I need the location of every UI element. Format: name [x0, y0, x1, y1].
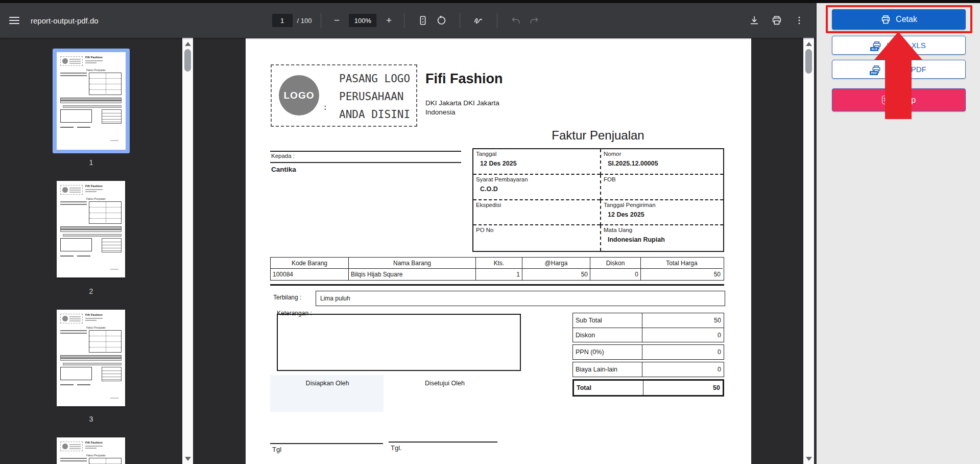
- scrollbar-thumb[interactable]: [184, 49, 191, 72]
- pdf-toolbar: report-output-pdf.do / 100 − 100% +: [0, 3, 816, 38]
- company-name: Fifi Fashion: [425, 71, 503, 87]
- page-number-input[interactable]: [272, 14, 293, 27]
- logo-colon: :: [323, 102, 328, 112]
- keterangan-label: Keterangan :: [277, 310, 312, 317]
- document-title: report-output-pdf.do: [31, 16, 99, 25]
- tutup-button[interactable]: Tutup: [832, 88, 966, 111]
- thumb-company-name: Fifi Fashion: [85, 184, 103, 188]
- scroll-down-arrow-icon[interactable]: [806, 457, 812, 461]
- thumb-doc-title: Faktur Penjualan: [86, 197, 106, 200]
- download-button[interactable]: [745, 11, 763, 30]
- thumbnail-3-number: 3: [53, 415, 130, 423]
- logo-placeholder-text: PASANG LOGO PERUSAHAAN ANDA DISINI: [339, 70, 410, 124]
- keterangan-box: [277, 314, 521, 371]
- actions-panel: Cetak XLS Unduh XLS PDF Unduh PDF Tutup: [816, 3, 980, 464]
- menu-button[interactable]: [0, 3, 29, 38]
- info-cell-nomor: Nomor SI.2025.12.00005: [600, 149, 723, 175]
- unduh-pdf-button[interactable]: PDF Unduh PDF: [832, 60, 966, 79]
- totals-biaya-group: Biaya Lain-lain 0: [572, 362, 724, 377]
- info-cell-fob: FOB: [600, 175, 723, 200]
- zoom-out-button[interactable]: −: [330, 15, 343, 26]
- thumb-logo-box: [60, 56, 83, 66]
- terbilang-value-box: Lima puluh: [316, 291, 725, 306]
- thumbnail-page-1-preview[interactable]: Fifi Fashion Faktur Penjualan: [57, 52, 126, 150]
- zoom-level-display[interactable]: 100%: [349, 14, 376, 27]
- toolbar-divider: [321, 13, 321, 28]
- thumb-company-name: Fifi Fashion: [85, 313, 103, 316]
- info-cell-mata-uang: Mata Uang Indonesian Rupiah: [600, 225, 723, 251]
- scroll-down-arrow-icon[interactable]: [185, 457, 191, 461]
- items-table: Kode Barang Nama Barang Kts. @Harga Disk…: [270, 257, 724, 281]
- unduh-xls-button[interactable]: XLS Unduh XLS: [832, 36, 966, 55]
- scrollbar-thumb[interactable]: [805, 49, 812, 74]
- logo-placeholder-box: LOGO : PASANG LOGO PERUSAHAAN ANDA DISIN…: [271, 64, 417, 127]
- document-scrollbar[interactable]: [803, 38, 814, 464]
- rotate-button[interactable]: [432, 11, 450, 30]
- kebab-menu-icon: [794, 15, 804, 26]
- signature-line: [389, 442, 497, 443]
- annotate-button[interactable]: [469, 11, 488, 30]
- info-cell-syarat-pembayaran: Syarat Pembayaran C.O.D: [473, 175, 600, 200]
- company-address: DKI Jakarta DKI Jakarta Indonesia: [425, 99, 499, 117]
- thumbnail-page-2[interactable]: Fifi Fashion Faktur Penjualan: [57, 181, 125, 277]
- rotate-counterclockwise-icon: [436, 15, 447, 26]
- totals-total-group: Total 50: [572, 379, 724, 397]
- more-options-button[interactable]: [790, 11, 808, 30]
- printer-icon: [771, 15, 782, 26]
- scroll-up-arrow-icon[interactable]: [806, 42, 812, 46]
- printer-pdf-icon: PDF: [871, 64, 881, 75]
- thumbnail-scrollbar[interactable]: [182, 38, 193, 464]
- thumb-doc-title: Faktur Penjualan: [86, 326, 106, 329]
- unduh-xls-label: Unduh XLS: [887, 41, 926, 50]
- toolbar-divider: [404, 13, 404, 28]
- thumbnail-page-4[interactable]: Fifi Fashion Faktur Penjualan: [57, 437, 125, 464]
- fit-to-page-button[interactable]: [414, 11, 432, 30]
- totals-ppn-group: PPN (0%) 0: [572, 344, 724, 360]
- info-cell-tanggal: Tanggal 12 Des 2025: [473, 149, 600, 175]
- info-cell-ekspedisi: Ekspedisi: [473, 200, 600, 226]
- signature-line: [270, 443, 383, 444]
- cetak-button[interactable]: Cetak: [832, 9, 966, 30]
- items-table-header: Kode Barang Nama Barang Kts. @Harga Disk…: [271, 258, 724, 269]
- divider-line: [270, 162, 461, 163]
- thumbnail-page-1[interactable]: Fifi Fashion Faktur Penjualan: [53, 49, 130, 153]
- redo-icon: [529, 15, 539, 26]
- printer-icon: [880, 14, 891, 25]
- toolbar-divider: [460, 13, 460, 28]
- fit-page-icon: [417, 15, 428, 26]
- pen-squiggle-icon: [473, 15, 484, 26]
- zoom-in-button[interactable]: +: [383, 15, 395, 26]
- items-table-row: 100084 Bilqis Hijab Square 1 50 0 50: [271, 269, 724, 280]
- date-label-2: Tgl.: [391, 444, 402, 452]
- undo-button[interactable]: [507, 11, 525, 30]
- recipient-name: Cantika: [271, 166, 296, 173]
- printer-xls-icon: XLS: [872, 40, 882, 51]
- totals-subtotal-group: Sub Total 50 Diskon 0: [572, 313, 724, 342]
- hamburger-menu-icon: [9, 15, 19, 26]
- print-button[interactable]: [768, 11, 786, 30]
- approved-by-label: Disetujui Oleh: [407, 380, 483, 387]
- pdf-viewer-area: Fifi Fashion Faktur Penjualan 1 Fifi Fas…: [0, 38, 816, 464]
- scroll-up-arrow-icon[interactable]: [185, 42, 191, 46]
- prepared-by-label: Disiapkan Oleh: [289, 380, 366, 387]
- thumbnail-2-number: 2: [53, 287, 130, 295]
- recipient-label: Kepada :: [271, 153, 295, 159]
- download-icon: [749, 15, 760, 26]
- info-cell-po-no: PO No: [473, 225, 600, 251]
- thumbnail-page-3[interactable]: Fifi Fashion Faktur Penjualan: [57, 310, 125, 406]
- tutup-button-label: Tutup: [895, 96, 916, 105]
- toolbar-divider: [497, 13, 497, 28]
- invoice-title: Faktur Penjualan: [514, 128, 682, 143]
- terbilang-label: Terbilang :: [273, 294, 301, 301]
- thumb-doc-title: Faktur Penjualan: [86, 454, 106, 457]
- thumbnail-1-number: 1: [53, 158, 130, 167]
- logo-circle: LOGO: [279, 75, 319, 115]
- redo-button[interactable]: [525, 11, 543, 30]
- thumb-company-name: Fifi Fashion: [85, 441, 103, 444]
- section-divider: [270, 284, 724, 286]
- page-count-label: / 100: [297, 17, 312, 25]
- undo-icon: [511, 15, 521, 26]
- info-cell-tanggal-pengiriman: Tanggal Pengiriman 12 Des 2025: [600, 200, 723, 226]
- invoice-info-table: Tanggal 12 Des 2025 Nomor SI.2025.12.000…: [472, 148, 724, 252]
- close-box-icon: [882, 96, 891, 104]
